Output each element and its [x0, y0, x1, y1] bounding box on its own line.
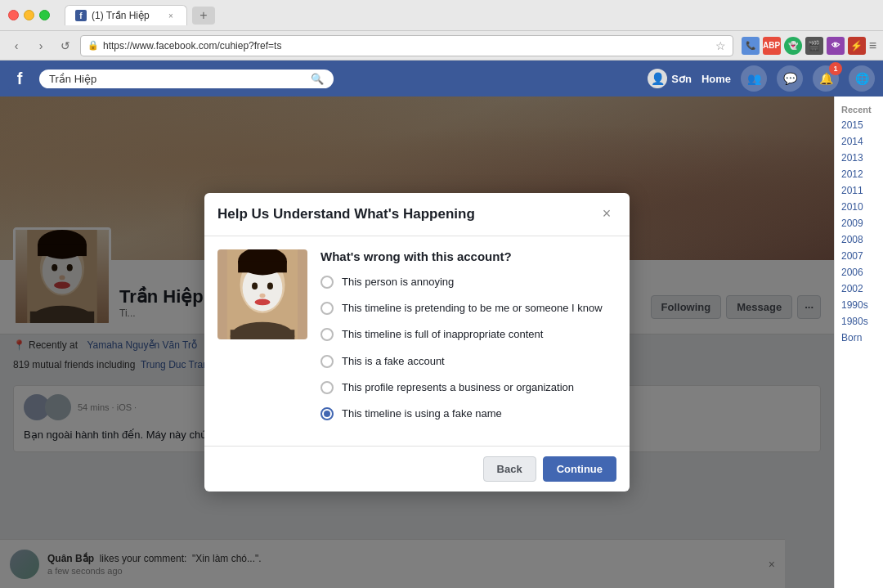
svg-rect-21	[231, 330, 295, 339]
phone-icon[interactable]: 📞	[742, 37, 760, 55]
home-nav-label[interactable]: Home	[701, 73, 731, 85]
radio-button-inappropriate[interactable]	[320, 328, 334, 341]
sidebar-year-2010[interactable]: 2010	[841, 200, 876, 214]
modal-body: What's wrong with this account? This per…	[204, 236, 630, 446]
sidebar-year-1990s[interactable]: 1990s	[841, 298, 876, 312]
radio-button-fake-name[interactable]	[320, 407, 334, 420]
radio-option-fake-name[interactable]: This timeline is using a fake name	[320, 406, 616, 421]
facebook-search-icon: 🔍	[311, 73, 324, 85]
radio-button-pretending[interactable]	[320, 302, 334, 315]
facebook-logo-icon[interactable]: f	[8, 67, 31, 90]
sidebar-year-2007[interactable]: 2007	[841, 249, 876, 263]
sidebar-recent-label: Recent	[841, 105, 876, 114]
modal-header: Help Us Understand What's Happening ×	[204, 193, 630, 236]
radio-label-pretending: This timeline is pretending to be me or …	[342, 301, 603, 316]
privacy-badger-icon[interactable]: 👁	[827, 37, 845, 55]
active-tab[interactable]: f (1) Trần Hiệp ×	[65, 5, 187, 25]
facebook-favicon: f	[75, 10, 87, 21]
svg-point-16	[259, 294, 265, 298]
radio-label-business: This profile represents a business or or…	[342, 380, 574, 395]
svg-point-17	[255, 298, 271, 305]
modal-overlay: Help Us Understand What's Happening ×	[0, 97, 834, 588]
sidebar-year-2012[interactable]: 2012	[841, 167, 876, 182]
titlebar: f (1) Trần Hiệp × +	[0, 0, 883, 31]
facebook-search-text: Trần Hiệp	[49, 73, 304, 85]
right-sidebar: Recent 2015 2014 2013 2012 2011 2010 200…	[834, 97, 883, 588]
tab-bar: f (1) Trần Hiệp × +	[65, 5, 875, 25]
address-bar[interactable]: 🔒 https://www.facebook.com/cuhiep?fref=t…	[80, 35, 733, 56]
sidebar-year-2015[interactable]: 2015	[841, 118, 876, 132]
browser-menu-icon[interactable]: ≡	[869, 38, 876, 53]
svg-point-15	[267, 282, 273, 290]
close-window-button[interactable]	[8, 10, 19, 20]
back-button[interactable]: Back	[483, 456, 536, 482]
adblock-plus-icon[interactable]: ABP	[763, 37, 781, 55]
facebook-chrome-bar: f Trần Hiệp 🔍 👤 Sơn Home 👥 💬 🔔 1 🌐	[0, 61, 883, 97]
lock-icon: 🔒	[87, 40, 99, 51]
notifications-nav-button[interactable]: 🔔 1	[813, 65, 839, 92]
settings-nav-button[interactable]: 🌐	[849, 65, 875, 92]
facebook-user-nav[interactable]: 👤 Sơn	[648, 69, 692, 88]
svg-point-14	[252, 282, 258, 290]
url-text: https://www.facebook.com/cuhiep?fref=ts	[103, 40, 281, 52]
modal-options: What's wrong with this account? This per…	[320, 249, 616, 433]
report-modal: Help Us Understand What's Happening ×	[204, 193, 630, 491]
radio-option-business[interactable]: This profile represents a business or or…	[320, 380, 616, 395]
minimize-window-button[interactable]	[24, 10, 34, 20]
modal-title: Help Us Understand What's Happening	[217, 206, 475, 222]
sidebar-year-2009[interactable]: 2009	[841, 216, 876, 231]
refresh-button[interactable]: ↺	[56, 36, 75, 56]
modal-profile-avatar	[217, 249, 307, 339]
facebook-search-bar[interactable]: Trần Hiệp 🔍	[39, 70, 334, 88]
disconnect-icon[interactable]: ⚡	[848, 37, 866, 55]
radio-option-pretending[interactable]: This timeline is pretending to be me or …	[320, 301, 616, 316]
notification-badge: 1	[829, 62, 842, 75]
tab-title: (1) Trần Hiệp	[92, 10, 150, 21]
modal-close-button[interactable]: ×	[597, 204, 616, 224]
friends-nav-button[interactable]: 👥	[741, 65, 767, 92]
sidebar-year-2008[interactable]: 2008	[841, 232, 876, 247]
sidebar-year-1980s[interactable]: 1980s	[841, 314, 876, 329]
radio-button-business[interactable]	[320, 381, 334, 394]
sidebar-year-2014[interactable]: 2014	[841, 134, 876, 149]
messages-nav-button[interactable]: 💬	[777, 65, 803, 92]
radio-button-fake-account[interactable]	[320, 355, 334, 368]
facebook-nav-right: 👤 Sơn Home 👥 💬 🔔 1 🌐	[648, 65, 875, 92]
ghostery-icon[interactable]: 👻	[784, 37, 802, 55]
radio-label-annoying: This person is annoying	[342, 275, 454, 290]
bookmark-star-icon[interactable]: ☆	[715, 39, 726, 52]
address-bar-row: ‹ › ↺ 🔒 https://www.facebook.com/cuhiep?…	[0, 31, 883, 61]
sidebar-year-2011[interactable]: 2011	[841, 183, 876, 198]
extension-icon[interactable]: 🎬	[805, 37, 823, 55]
profile-page-background: Trần Hiệp Ti... Following Message ··· 📍 …	[0, 97, 834, 588]
new-tab-button[interactable]: +	[192, 7, 215, 25]
radio-label-fake-name: This timeline is using a fake name	[342, 406, 502, 421]
radio-button-annoying[interactable]	[320, 276, 334, 289]
modal-question: What's wrong with this account?	[320, 249, 616, 263]
radio-label-fake-account: This is a fake account	[342, 354, 445, 369]
sidebar-year-2006[interactable]: 2006	[841, 265, 876, 280]
radio-option-annoying[interactable]: This person is annoying	[320, 275, 616, 290]
user-name-label: Sơn	[671, 73, 692, 85]
forward-button[interactable]: ›	[31, 36, 51, 56]
continue-button[interactable]: Continue	[543, 456, 616, 482]
sidebar-year-2002[interactable]: 2002	[841, 281, 876, 296]
browser-extensions: 📞 ABP 👻 🎬 👁 ⚡ ≡	[742, 37, 876, 55]
fullscreen-window-button[interactable]	[39, 10, 50, 20]
svg-rect-19	[238, 261, 287, 272]
tab-close-button[interactable]: ×	[165, 10, 177, 21]
modal-footer: Back Continue	[204, 446, 630, 491]
main-content: Trần Hiệp Ti... Following Message ··· 📍 …	[0, 97, 883, 588]
sidebar-year-born[interactable]: Born	[841, 330, 876, 345]
traffic-lights	[8, 10, 50, 20]
user-avatar-small: 👤	[648, 69, 667, 88]
radio-option-fake-account[interactable]: This is a fake account	[320, 354, 616, 369]
radio-option-inappropriate[interactable]: This timeline is full of inappropriate c…	[320, 327, 616, 342]
back-button[interactable]: ‹	[7, 36, 26, 56]
sidebar-year-2013[interactable]: 2013	[841, 150, 876, 165]
radio-label-inappropriate: This timeline is full of inappropriate c…	[342, 327, 543, 342]
